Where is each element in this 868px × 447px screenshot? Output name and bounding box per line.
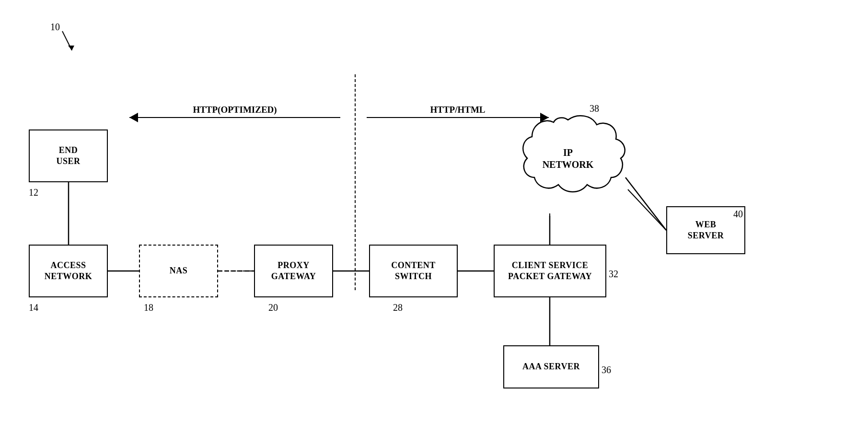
all-connections <box>0 0 868 447</box>
svg-line-20 <box>625 177 666 230</box>
diagram: 10 ENDUSER 12 ACCESSNETWORK 14 NAS 18 PR… <box>0 0 868 447</box>
